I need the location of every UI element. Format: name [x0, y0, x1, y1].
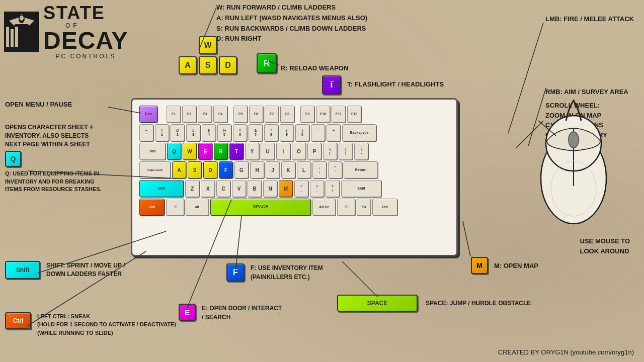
key-space[interactable]: SPACE [210, 199, 311, 216]
key-ctrl-left[interactable]: Ctrl [139, 199, 165, 216]
space-label: SPACE: JUMP / HURDLE OBSTACLE [426, 299, 531, 308]
key-n[interactable]: N [263, 180, 277, 197]
key-p[interactable]: P [307, 143, 321, 160]
lmb-label: LMB: FIRE / MELEE ATTACK [545, 15, 634, 23]
key-f2[interactable]: F2 [182, 106, 196, 123]
key-g[interactable]: G [234, 161, 249, 178]
svg-line-24 [342, 261, 377, 297]
key-2[interactable]: @2 [171, 124, 185, 141]
key-f11[interactable]: F11 [332, 106, 346, 123]
key-backslash[interactable]: |\ [354, 143, 368, 160]
e-label: E: OPEN DOOR / INTERACT/ SEARCH [202, 304, 282, 322]
rmb-label: RMB: AIM / SURVEY AREA [545, 88, 634, 96]
key-shift-left[interactable]: Shift [139, 180, 184, 197]
svg-point-12 [569, 132, 579, 148]
key-lbracket[interactable]: {[ [323, 143, 337, 160]
svg-rect-2 [11, 29, 14, 47]
key-alt[interactable]: alt [186, 199, 209, 216]
key-9[interactable]: (9 [280, 124, 294, 141]
key-z[interactable]: Z [185, 180, 199, 197]
key-1[interactable]: !1 [155, 124, 169, 141]
key-8[interactable]: *8 [264, 124, 278, 141]
key-f[interactable]: F [219, 161, 233, 178]
key-6[interactable]: ^6 [233, 124, 247, 141]
key-x[interactable]: X [201, 180, 215, 197]
key-menu-right[interactable]: ☰ [337, 199, 355, 216]
key-f3[interactable]: F3 [198, 106, 212, 123]
kb-row-fn: Esc F1 F2 F3 F4 F5 F6 F7 F8 F9 F10 F11 F… [139, 106, 449, 123]
key-esc-right[interactable]: Es [357, 199, 371, 216]
space-display-area: SPACE SPACE: JUMP / HURDLE OBSTACLE [337, 295, 531, 312]
logo-text: STATE OF DECAY PC CONTROLS [43, 4, 128, 59]
key-5[interactable]: %5 [217, 124, 231, 141]
key-esc[interactable]: Esc [139, 106, 157, 123]
f-label: F: USE INVENTORY ITEM(PAINKILLERS ETC.) [251, 263, 323, 282]
key-slash[interactable]: ?/ [326, 180, 340, 197]
key-q[interactable]: Q [167, 143, 181, 160]
key-menu-left[interactable]: ☰ [166, 199, 184, 216]
logo-decay: DECAY [43, 29, 128, 52]
key-b[interactable]: B [248, 180, 262, 197]
r-key-display: R [257, 53, 277, 73]
key-minus[interactable]: _- [311, 124, 325, 141]
key-v[interactable]: V [232, 180, 246, 197]
key-rbracket[interactable]: }] [339, 143, 353, 160]
kb-row-3: Caps Lock A S D F G H J K L :; "' Return [139, 161, 449, 178]
key-y[interactable]: Y [245, 143, 259, 160]
key-f6[interactable]: F6 [249, 106, 263, 123]
key-period[interactable]: >. [310, 180, 324, 197]
kb-row-2: Tab Q W E R T Y U I O P {[ }] |\ [139, 143, 449, 160]
key-f10[interactable]: F10 [316, 106, 330, 123]
key-f4[interactable]: F4 [213, 106, 227, 123]
key-k[interactable]: K [281, 161, 295, 178]
key-i[interactable]: I [276, 143, 290, 160]
e-key-display: E [179, 304, 196, 321]
key-h[interactable]: H [250, 161, 264, 178]
key-f8[interactable]: F8 [280, 106, 294, 123]
key-l[interactable]: L [297, 161, 311, 178]
key-f1[interactable]: F1 [167, 106, 181, 123]
key-f7[interactable]: F7 [265, 106, 279, 123]
shift-display-area: Shift SHIFT: SPRINT / MOVE UP /DOWN LADD… [5, 261, 125, 279]
m-display-area: M M: OPEN MAP [471, 257, 538, 274]
key-f5[interactable]: F5 [233, 106, 248, 123]
svg-rect-1 [6, 27, 9, 47]
key-backspace[interactable]: Backspace [342, 124, 376, 141]
key-quote[interactable]: "' [328, 161, 342, 178]
key-ctrl-right[interactable]: Ctrl [372, 199, 397, 216]
key-backtick[interactable]: ~` [139, 124, 153, 141]
key-return[interactable]: Return [344, 161, 378, 178]
key-semicolon[interactable]: :; [312, 161, 327, 178]
key-m[interactable]: M [279, 180, 293, 197]
t-key-display-area: T [322, 75, 341, 95]
q-key-small-display: Q [5, 151, 21, 167]
key-o[interactable]: O [292, 143, 306, 160]
key-shift-right[interactable]: Shift [341, 180, 381, 197]
key-f12[interactable]: F12 [347, 106, 361, 123]
key-j[interactable]: J [266, 161, 280, 178]
credit-text: CREATED BY ORYG1N (youtube.com/oryg1n) [498, 348, 634, 356]
key-t[interactable]: T [229, 143, 244, 160]
key-equals[interactable]: += [327, 124, 341, 141]
key-s[interactable]: S [188, 161, 202, 178]
key-altgr[interactable]: Alt Gr [312, 199, 336, 216]
key-a[interactable]: A [172, 161, 186, 178]
key-capslock[interactable]: Caps Lock [139, 161, 171, 178]
key-e[interactable]: E [198, 143, 212, 160]
keyboard: Esc F1 F2 F3 F4 F5 F6 F7 F8 F9 F10 F11 F… [131, 98, 458, 256]
open-menu-label: OPEN MENU / PAUSE [5, 101, 102, 108]
key-c[interactable]: C [216, 180, 230, 197]
key-r[interactable]: R [214, 143, 228, 160]
key-comma[interactable]: <, [294, 180, 308, 197]
key-4[interactable]: $4 [202, 124, 216, 141]
key-tab[interactable]: Tab [139, 143, 166, 160]
key-f9[interactable]: F9 [300, 106, 314, 123]
r-key-display-area: R [257, 53, 277, 73]
key-d[interactable]: D [203, 161, 217, 178]
key-u[interactable]: U [261, 143, 275, 160]
key-w[interactable]: W [183, 143, 197, 160]
key-7[interactable]: &7 [249, 124, 263, 141]
s-key-display: S [199, 56, 217, 74]
key-3[interactable]: #3 [186, 124, 200, 141]
key-0[interactable]: )0 [295, 124, 309, 141]
